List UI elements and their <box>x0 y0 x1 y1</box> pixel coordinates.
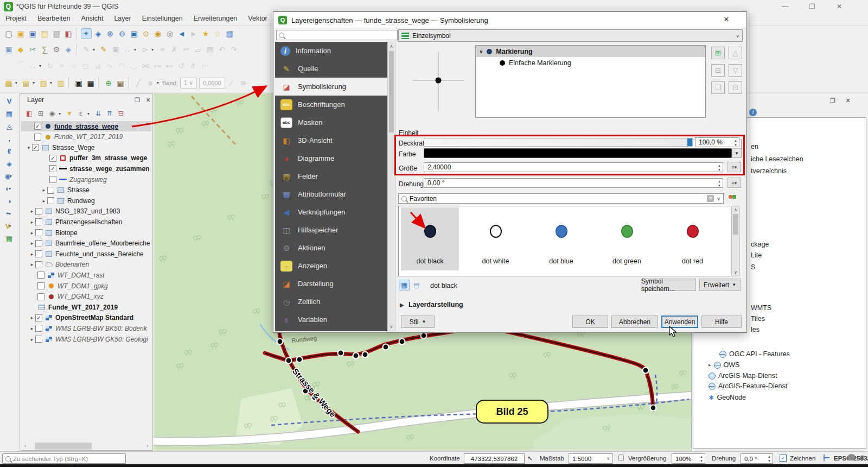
browser-item-arcgis-feature-dienst[interactable]: ArcGIS-Feature-Dienst <box>709 382 787 390</box>
minimize-button[interactable]: — <box>777 2 793 11</box>
expander-icon[interactable]: ▸ <box>41 187 47 193</box>
browser-item-tverzeichnis[interactable]: tverzeichnis <box>751 167 787 175</box>
swatch-dot-white[interactable]: dot white <box>467 207 525 270</box>
sidebar-item-anzeigen[interactable]: …Anzeigen <box>275 257 387 275</box>
sidebar-item-felder[interactable]: ▤Felder <box>275 167 387 185</box>
rotate-feature-icon[interactable]: ↻ <box>44 60 55 71</box>
symbol-search-input[interactable]: Favoriten ✕ ∨ <box>398 193 724 204</box>
layer-checkbox[interactable]: ✓ <box>32 144 39 151</box>
sidebar-scrollbar[interactable]: ∧ ∨ <box>387 42 395 331</box>
layer-checkbox[interactable] <box>35 208 42 215</box>
expander-icon[interactable]: ▸ <box>709 362 711 368</box>
add-wcs-layer-icon[interactable]: ◑ <box>1 195 17 207</box>
add-vector-layer-icon[interactable]: V <box>1 95 17 107</box>
swatch-dot-blue[interactable]: dot blue <box>532 207 590 270</box>
panel-float-icon[interactable]: ❐ <box>828 96 837 105</box>
browser-item-ckage[interactable]: ckage <box>751 241 769 248</box>
chevron-down-icon[interactable]: ∨ <box>479 49 483 54</box>
layer-item-wt_dgm1_rast[interactable]: WT_DGM1_rast <box>21 270 151 280</box>
expander-icon[interactable]: ▸ <box>29 230 35 236</box>
layer-item-wms_lgrb_bw_gk50_geologi[interactable]: ▸WMS LGRB-BW GK50: Geologi <box>21 334 151 344</box>
digitize-point-icon[interactable]: ∴ <box>122 44 133 55</box>
scroll-down-icon[interactable]: ∨ <box>732 270 739 275</box>
swatch-scrollbar[interactable]: ∧ ∨ <box>731 206 740 276</box>
dialog-search-input[interactable] <box>276 30 398 40</box>
crs-globe-icon[interactable] <box>824 454 825 462</box>
opacity-slider[interactable] <box>424 138 693 147</box>
rotation-spinbox[interactable]: 0,00 ° ▲▼ <box>424 178 723 188</box>
expand-all-icon[interactable]: ⇊ <box>93 109 103 118</box>
layer-item-feuchte_und_nasse_bereiche[interactable]: ▸Feuchte_und_nasse_Bereiche <box>21 249 151 259</box>
delete-selected-icon[interactable]: ✗ <box>169 44 180 55</box>
layer-checkbox[interactable] <box>49 176 56 183</box>
layer-checkbox[interactable] <box>35 325 42 332</box>
cut-features-icon[interactable]: ✂ <box>181 44 192 55</box>
layer-checkbox[interactable] <box>37 282 44 289</box>
magnifier-spinbox[interactable]: 100%▲▼ <box>672 453 705 464</box>
expander-icon[interactable]: ▸ <box>41 198 47 204</box>
dropdown-arrow-icon[interactable]: ▾ <box>134 47 138 52</box>
restore-button[interactable]: ❐ <box>804 2 820 11</box>
select-features-icon[interactable]: ▦ <box>3 78 14 89</box>
dialog-title-bar[interactable]: Q Layereigenschaften — funde_strasse_weg… <box>273 12 746 28</box>
new-print-layout-icon[interactable]: ▤ <box>39 28 50 39</box>
add-wfs-layer-icon[interactable]: ◓▾ <box>1 207 17 219</box>
split-features-icon[interactable]: ⊶ <box>152 60 163 71</box>
new-project-icon[interactable]: ▢ <box>3 28 14 39</box>
browser-item-lite[interactable]: Lite <box>751 251 762 259</box>
layer-item-openstreetmap_standard[interactable]: ▸✓OpenStreetMap Standard <box>21 313 151 323</box>
color-button[interactable] <box>424 148 732 158</box>
layer-item-wms_lgrb_bw_bk50_bodenk[interactable]: ▸WMS LGRB-BW BK50: Bodenk <box>21 323 151 333</box>
layer-item-bodenarten[interactable]: ▸Bodenarten <box>21 260 151 270</box>
raster-eraser-icon[interactable]: ≋ <box>238 78 249 89</box>
panel-float-icon[interactable]: ❐ <box>133 96 142 104</box>
processing-toolbox-icon[interactable]: ⚙ <box>51 44 62 55</box>
swatch-dot-green[interactable]: dot green <box>598 207 656 270</box>
symbol-type-combo[interactable]: Einzelsymbol ∨ <box>398 29 743 42</box>
swatch-dot-red[interactable]: dot red <box>663 207 722 270</box>
add-symbol-layer-button[interactable]: ⊞ <box>711 47 725 59</box>
layer-item-zugangsweg[interactable]: Zugangsweg <box>21 174 151 185</box>
pixel-selection-icon[interactable]: ▦ <box>85 78 96 89</box>
select-by-location-icon[interactable]: ▥ <box>55 78 66 89</box>
deselect-all-icon[interactable]: ▧ <box>38 78 49 89</box>
rotation-spinbox[interactable]: 0,0 °▲▼ <box>741 453 773 464</box>
offset-curve-icon[interactable]: ◡ <box>128 60 139 71</box>
browser-item-geonode[interactable]: ∗GeoNode <box>709 393 746 401</box>
layer-item-funde_strasse_wege[interactable]: ✓funde_strasse_wege <box>21 121 151 131</box>
ok-button[interactable]: OK <box>572 315 608 328</box>
menu-vektor[interactable]: Vektor <box>242 13 272 24</box>
show-layout-manager-icon[interactable]: ▥ <box>51 28 62 39</box>
simplify-feature-icon[interactable]: ≈ <box>56 60 67 71</box>
scrollbar-thumb[interactable] <box>35 443 92 450</box>
lock-colors-button[interactable]: ⊡ <box>729 81 742 94</box>
add-raster-layer-icon[interactable]: ▦ <box>1 108 17 119</box>
help-button[interactable]: Hilfe <box>701 315 742 328</box>
check-geometries-icon[interactable]: ✂ <box>27 44 38 55</box>
add-wms-layer-icon[interactable]: ◐▾ <box>1 182 17 194</box>
layer-checkbox[interactable]: ✓ <box>49 165 56 172</box>
swatch-dot-black[interactable]: dot black <box>401 207 459 270</box>
coordinate-input[interactable]: 473322,5397862 <box>464 453 525 464</box>
zoom-out-icon[interactable]: ⊖ <box>117 28 127 39</box>
browser-item-en[interactable]: en <box>751 143 758 150</box>
manage-map-themes-icon[interactable]: ◉ <box>47 109 57 118</box>
dropdown-arrow-icon[interactable]: ▾ <box>10 174 14 179</box>
layer-checkbox[interactable] <box>34 134 41 141</box>
sidebar-item-symbolisierung[interactable]: ◪Symbolisierung <box>275 78 387 96</box>
layer-checkbox[interactable] <box>35 229 42 236</box>
expander-icon[interactable]: ▸ <box>29 337 35 342</box>
lock-scale-icon[interactable] <box>618 455 624 460</box>
dropdown-arrow-icon[interactable]: ▾ <box>151 47 156 52</box>
layer-item-puffer_3m_strasse_wege[interactable]: ✓puffer_3m_strasse_wege <box>21 153 151 163</box>
raster-snapshot-icon[interactable]: ▣ <box>73 78 84 89</box>
apply-button[interactable]: Anwenden <box>661 315 698 328</box>
panel-close-icon[interactable]: ✕ <box>844 96 852 105</box>
modify-attributes-icon[interactable]: ≡ <box>157 44 168 55</box>
spinner-arrows-icon[interactable]: ▲▼ <box>717 179 722 187</box>
color-dropdown-icon[interactable]: ▼ <box>732 148 742 158</box>
dropdown-arrow-icon[interactable]: ▾ <box>157 80 161 85</box>
dropdown-arrow-icon[interactable]: ▾ <box>9 186 13 191</box>
remove-layer-icon[interactable]: ⊟ <box>116 109 126 118</box>
delete-ring-icon[interactable]: ∿ <box>104 60 115 71</box>
